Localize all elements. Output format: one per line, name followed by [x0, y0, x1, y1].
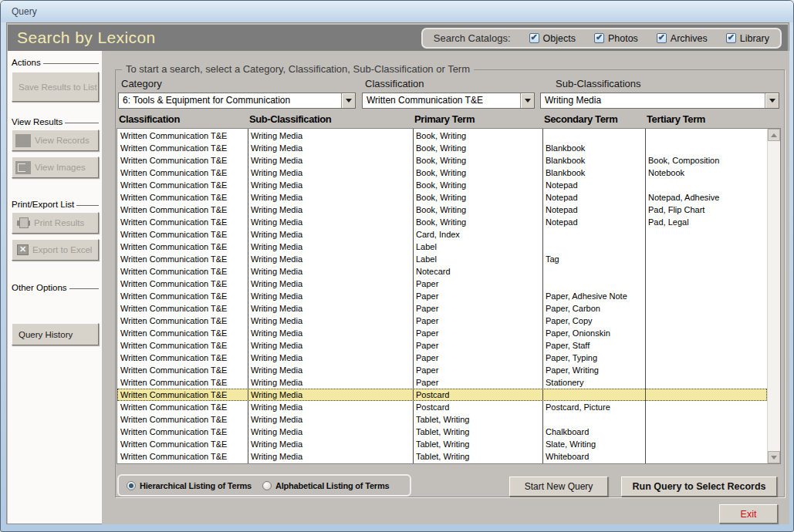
- sub-classifications-label: Sub-Classifications: [556, 78, 641, 89]
- table-cell: Writing Media: [248, 230, 413, 239]
- category-dropdown-arrow-icon[interactable]: [341, 93, 355, 108]
- table-cell: Writing Media: [248, 353, 413, 362]
- table-cell: Writing Media: [248, 452, 413, 461]
- objects-checkbox[interactable]: [529, 33, 539, 43]
- table-row[interactable]: Written Communication T&EWriting MediaPa…: [117, 339, 767, 352]
- classification-label: Classification: [365, 78, 424, 89]
- table-cell: Written Communication T&E: [117, 291, 248, 301]
- table-row[interactable]: Written Communication T&EWriting MediaCa…: [117, 228, 767, 241]
- radio-icon[interactable]: [127, 481, 136, 490]
- table-row[interactable]: Written Communication T&EWriting MediaPa…: [117, 302, 767, 315]
- archives-checkbox[interactable]: [657, 33, 667, 43]
- table-row[interactable]: Written Communication T&EWriting MediaPa…: [117, 364, 767, 376]
- table-row[interactable]: Written Communication T&EWriting MediaPa…: [117, 290, 767, 302]
- scroll-up-icon[interactable]: [768, 129, 780, 141]
- table-cell: Book, Writing: [413, 143, 542, 153]
- table-row[interactable]: Written Communication T&EWriting MediaBo…: [117, 204, 767, 216]
- start-new-query-button[interactable]: Start New Query: [509, 476, 608, 497]
- table-cell: Written Communication T&E: [117, 156, 248, 165]
- table-cell: Written Communication T&E: [117, 180, 248, 190]
- table-cell: Writing Media: [248, 156, 413, 165]
- library-label: Library: [740, 33, 769, 44]
- category-value: 6: Tools & Equipment for Communication: [119, 93, 341, 108]
- table-row[interactable]: Written Communication T&EWriting MediaBo…: [117, 142, 767, 154]
- other-options-section-label: Other Options: [12, 283, 99, 292]
- column-header-tertiary-term: Tertiary Term: [647, 113, 769, 128]
- window-titlebar[interactable]: Query: [1, 1, 793, 22]
- print-results-button[interactable]: Print Results: [12, 212, 99, 234]
- table-row[interactable]: Written Communication T&EWriting MediaLa…: [117, 241, 767, 253]
- table-row[interactable]: Written Communication T&EWriting MediaPa…: [117, 376, 767, 389]
- run-query-button[interactable]: Run Query to Select Records: [621, 476, 777, 497]
- table-row[interactable]: Written Communication T&EWriting MediaBo…: [117, 154, 767, 167]
- column-header-sub-classification: Sub-Classification: [249, 113, 414, 128]
- catalog-option-archives[interactable]: Archives: [657, 33, 708, 44]
- table-cell: Notebook: [645, 168, 767, 177]
- scroll-down-icon[interactable]: [768, 451, 780, 463]
- table-cell: Writing Media: [248, 279, 413, 288]
- table-cell: Label: [413, 242, 542, 251]
- library-checkbox[interactable]: [726, 33, 736, 43]
- column-header-classification: Classification: [119, 113, 249, 128]
- table-header-row: Classification Sub-Classification Primar…: [117, 113, 781, 128]
- hierarchical-listing-radio[interactable]: Hierarchical Listing of Terms: [127, 481, 252, 490]
- table-row-selected[interactable]: Written Communication T&EWriting MediaPo…: [117, 389, 767, 401]
- vertical-scrollbar[interactable]: [767, 129, 780, 463]
- classification-dropdown[interactable]: Written Communication T&E: [362, 93, 535, 109]
- table-row[interactable]: Written Communication T&EWriting MediaBo…: [117, 216, 767, 228]
- view-images-button[interactable]: View Images: [12, 157, 99, 178]
- table-cell: Written Communication T&E: [117, 242, 248, 251]
- table-cell: Written Communication T&E: [117, 168, 248, 177]
- table-body-wrap: Written Communication T&EWriting MediaBo…: [117, 128, 781, 464]
- table-row[interactable]: Written Communication T&EWriting MediaLa…: [117, 253, 767, 265]
- table-cell: Paper, Adhesive Note: [542, 291, 645, 301]
- save-results-to-list-button[interactable]: Save Results to List: [12, 72, 99, 102]
- table-row[interactable]: Written Communication T&EWriting MediaTa…: [117, 450, 767, 463]
- column-divider: [413, 129, 414, 463]
- export-to-excel-button[interactable]: Export to Excel: [12, 239, 99, 261]
- classification-value: Written Communication T&E: [363, 93, 520, 108]
- table-row[interactable]: Written Communication T&EWriting MediaPa…: [117, 278, 767, 290]
- catalog-option-library[interactable]: Library: [726, 33, 769, 44]
- images-icon: [15, 161, 31, 174]
- photos-checkbox[interactable]: [594, 33, 604, 43]
- table-cell: Paper: [413, 341, 542, 350]
- table-row[interactable]: Written Communication T&EWriting MediaTa…: [117, 413, 767, 426]
- sub-classifications-dropdown[interactable]: Writing Media: [540, 93, 779, 109]
- table-cell: Paper: [413, 291, 542, 301]
- table-cell: Notepad: [542, 205, 645, 214]
- table-row[interactable]: Written Communication T&EWriting MediaPo…: [117, 401, 767, 413]
- table-row[interactable]: Written Communication T&EWriting MediaBo…: [117, 191, 767, 204]
- table-cell: Slate, Writing: [542, 439, 645, 449]
- table-row[interactable]: Written Communication T&EWriting MediaTa…: [117, 426, 767, 438]
- radio-icon[interactable]: [262, 481, 272, 490]
- table-row[interactable]: Written Communication T&EWriting MediaPa…: [117, 327, 767, 339]
- sub-classifications-value: Writing Media: [541, 93, 765, 108]
- table-row[interactable]: Written Communication T&EWriting MediaBo…: [117, 179, 767, 191]
- listing-options-panel: Hierarchical Listing of Terms Alphabetic…: [117, 474, 411, 497]
- classification-dropdown-arrow-icon[interactable]: [520, 93, 534, 108]
- category-dropdown[interactable]: 6: Tools & Equipment for Communication: [118, 93, 356, 109]
- table-cell: Writing Media: [248, 217, 413, 227]
- table-cell: Written Communication T&E: [117, 328, 248, 338]
- table-row[interactable]: Written Communication T&EWriting MediaBo…: [117, 167, 767, 179]
- catalog-option-objects[interactable]: Objects: [529, 33, 576, 44]
- alphabetical-listing-radio[interactable]: Alphabetical Listing of Terms: [262, 481, 389, 490]
- table-cell: Book, Composition: [645, 156, 767, 165]
- sub-classifications-dropdown-arrow-icon[interactable]: [765, 93, 779, 108]
- table-row[interactable]: Written Communication T&EWriting MediaPa…: [117, 315, 767, 327]
- table-cell: Writing Media: [248, 427, 413, 436]
- table-row[interactable]: Written Communication T&EWriting MediaNo…: [117, 265, 767, 278]
- table-row[interactable]: Written Communication T&EWriting MediaTa…: [117, 438, 767, 450]
- catalog-option-photos[interactable]: Photos: [594, 33, 638, 44]
- table-cell: Blankbook: [542, 168, 645, 177]
- column-header-primary-term: Primary Term: [414, 113, 544, 128]
- table-cell: Tablet, Writing: [413, 439, 542, 449]
- table-row[interactable]: Written Communication T&EWriting MediaPa…: [117, 352, 767, 364]
- search-catalogs-panel: Search Catalogs: Objects Photos Archives…: [421, 28, 782, 49]
- exit-button[interactable]: Exit: [719, 504, 778, 524]
- table-row[interactable]: Written Communication T&EWriting MediaBo…: [117, 130, 767, 142]
- table-cell: Written Communication T&E: [117, 316, 248, 325]
- view-records-button[interactable]: View Records: [12, 130, 99, 151]
- query-history-button[interactable]: Query History: [12, 323, 99, 345]
